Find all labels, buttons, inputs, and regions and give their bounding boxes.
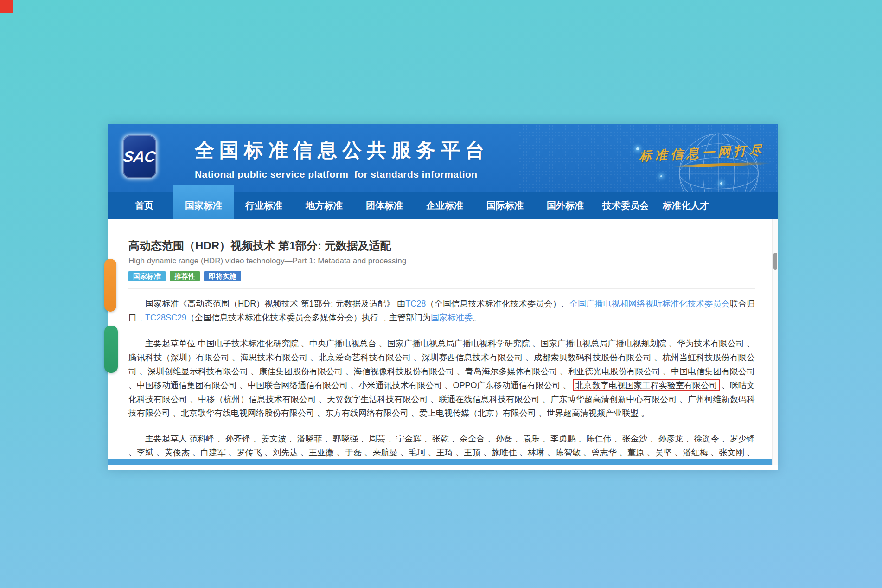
standard-title-cn: 高动态范围（HDR）视频技术 第1部分: 元数据及适配: [128, 238, 755, 253]
highlighted-company-box: 北京数字电视国家工程实验室有限公司: [573, 379, 720, 391]
text-segment: 国家标准《高动态范围（HDR）视频技术 第1部分: 元数据及适配》 由: [145, 299, 405, 308]
badge-row: 国家标准推荐性即将实施: [128, 271, 755, 281]
status-badge-1: 推荐性: [170, 271, 200, 281]
sac-logo-text: SAC: [122, 148, 157, 166]
status-badge-2: 即将实施: [204, 271, 241, 281]
text-segment: 。: [473, 313, 481, 322]
scrollbar-thumb[interactable]: [773, 253, 777, 270]
nav-tab-4[interactable]: 团体标准: [354, 192, 415, 219]
nav-tab-8[interactable]: 技术委员会: [595, 192, 656, 219]
bottom-blue-strip: [108, 459, 778, 465]
nav-tab-5[interactable]: 企业标准: [415, 192, 475, 219]
divider: [128, 288, 755, 289]
text-segment: （全国信息技术标准化技术委员会多媒体分会）执行 ，主管部门为: [186, 313, 431, 322]
corner-marker: [0, 0, 13, 13]
nav-tab-0[interactable]: 首页: [115, 192, 173, 219]
site-title-en: National public service platform for sta…: [195, 169, 490, 180]
nav-tab-1[interactable]: 国家标准: [173, 185, 234, 219]
standard-title-en: High dynamic range (HDR) video technolog…: [128, 256, 755, 266]
text-segment: （全国信息技术标准化技术委员会）、: [426, 299, 569, 308]
paragraph-0: 国家标准《高动态范围（HDR）视频技术 第1部分: 元数据及适配》 由TC28（…: [128, 297, 755, 325]
paragraph-1: 主要起草单位 中国电子技术标准化研究院 、中央广播电视总台 、国家广播电视总局广…: [128, 337, 755, 420]
article-body: 国家标准《高动态范围（HDR）视频技术 第1部分: 元数据及适配》 由TC28（…: [128, 297, 755, 465]
nav-tab-9[interactable]: 标准化人才: [656, 192, 716, 219]
nav-tabs: 首页国家标准行业标准地方标准团体标准企业标准国际标准国外标准技术委员会标准化人才: [108, 192, 778, 219]
site-header: SAC 全国标准信息公共服务平台 National public service…: [108, 124, 778, 192]
nav-tab-3[interactable]: 地方标准: [294, 192, 354, 219]
sparkle-dot: [660, 175, 662, 177]
inline-link[interactable]: 全国广播电视和网络视听标准化技术委员会: [569, 299, 730, 308]
side-tab-orange[interactable]: [104, 259, 116, 312]
side-tab-green[interactable]: [104, 326, 118, 373]
inline-link[interactable]: TC28: [405, 299, 426, 308]
standard-detail-content: 高动态范围（HDR）视频技术 第1部分: 元数据及适配 High dynamic…: [108, 219, 778, 465]
inline-link[interactable]: TC28SC29: [145, 313, 186, 322]
inline-link[interactable]: 国家标准委: [431, 313, 473, 322]
nav-tab-7[interactable]: 国外标准: [535, 192, 595, 219]
site-title-cn: 全国标准信息公共服务平台: [195, 137, 490, 163]
scrollbar-track[interactable]: [772, 219, 778, 465]
nav-tab-2[interactable]: 行业标准: [234, 192, 294, 219]
sparkle-dot: [720, 182, 722, 185]
browser-page-panel: SAC 全国标准信息公共服务平台 National public service…: [108, 124, 778, 470]
sac-logo[interactable]: SAC: [123, 135, 156, 178]
nav-tab-6[interactable]: 国际标准: [475, 192, 535, 219]
status-badge-0: 国家标准: [128, 271, 166, 281]
